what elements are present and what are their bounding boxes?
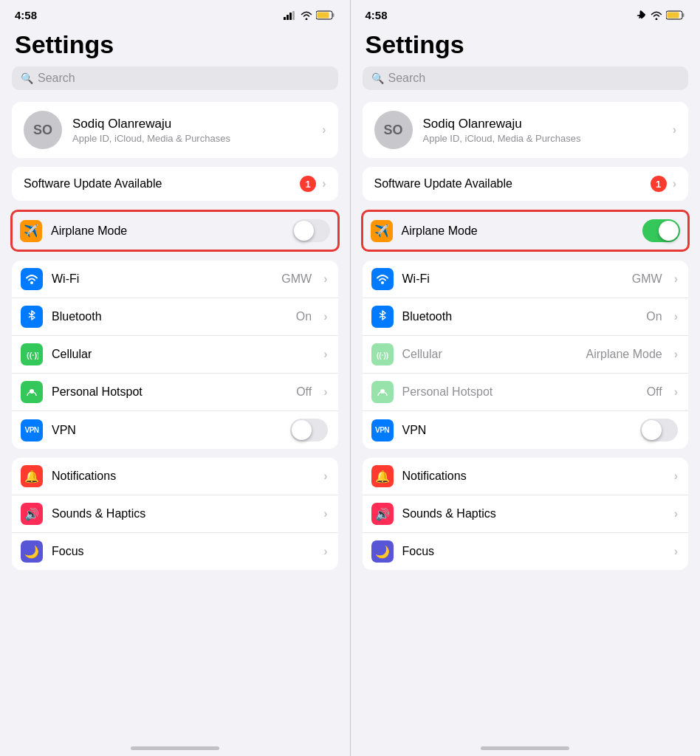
vpn-toggle-right[interactable] — [640, 419, 678, 441]
hotspot-row-right[interactable]: Personal Hotspot Off › — [363, 373, 689, 410]
airplane-mode-toggle-left[interactable] — [292, 219, 330, 242]
cellular-chevron-right: › — [674, 348, 678, 361]
cellular-label-left: Cellular — [52, 348, 303, 361]
svg-rect-12 — [668, 13, 679, 18]
settings-title-right: Settings — [351, 24, 701, 66]
svg-point-15 — [380, 389, 385, 394]
wifi-row-right[interactable]: Wi-Fi GMW › — [363, 261, 689, 298]
profile-row-right[interactable]: SO Sodiq Olanrewaju Apple ID, iCloud, Me… — [363, 102, 689, 158]
update-chevron-left: › — [322, 177, 326, 190]
cellular-row-right[interactable]: ((·)) Cellular Airplane Mode › — [363, 335, 689, 373]
network-section-left: Wi-Fi GMW › Bluetooth On › ((·)) Cellula… — [12, 261, 338, 449]
notifications-row-right[interactable]: 🔔 Notifications › — [363, 458, 689, 495]
hotspot-label-left: Personal Hotspot — [52, 385, 287, 399]
general-section-right: 🔔 Notifications › 🔊 Sounds & Haptics › 🌙… — [363, 458, 689, 570]
sounds-chevron-left: › — [323, 507, 327, 520]
sounds-row-right[interactable]: 🔊 Sounds & Haptics › — [363, 495, 689, 532]
vpn-toggle-knob-right — [642, 420, 662, 440]
bluetooth-label-right: Bluetooth — [402, 310, 638, 323]
right-panel: 4:58 Settings 🔍 Search — [350, 0, 701, 756]
airplane-mode-toggle-right[interactable] — [642, 219, 680, 242]
status-time-right: 4:58 — [366, 9, 388, 21]
profile-row-left[interactable]: SO Sodiq Olanrewaju Apple ID, iCloud, Me… — [12, 102, 338, 158]
update-card-right[interactable]: Software Update Available 1 › — [363, 167, 689, 201]
hotspot-icon-right — [371, 381, 394, 403]
notifications-label-right: Notifications — [402, 470, 665, 483]
airplane-mode-row-right[interactable]: ✈️ Airplane Mode — [363, 212, 688, 250]
settings-title-left: Settings — [0, 24, 350, 66]
wifi-chevron-right: › — [674, 272, 678, 286]
wifi-label-right: Wi-Fi — [402, 272, 623, 286]
bluetooth-icon-right — [371, 306, 394, 328]
focus-label-right: Focus — [402, 545, 665, 558]
update-badge-right: 1 — [651, 176, 667, 192]
focus-row-right[interactable]: 🌙 Focus › — [363, 532, 689, 570]
update-card-left[interactable]: Software Update Available 1 › — [12, 167, 338, 201]
bluetooth-row-left[interactable]: Bluetooth On › — [12, 298, 338, 335]
wifi-label-left: Wi-Fi — [52, 272, 272, 286]
bluetooth-value-right: On — [646, 310, 662, 323]
search-bar-right[interactable]: 🔍 Search — [363, 66, 689, 90]
cellular-value-right: Airplane Mode — [586, 348, 662, 361]
profile-subtitle-right: Apple ID, iCloud, Media & Purchases — [423, 133, 662, 144]
toggle-knob-right — [659, 221, 679, 241]
notifications-row-left[interactable]: 🔔 Notifications › — [12, 458, 338, 495]
airplane-mode-icon-left: ✈️ — [20, 220, 42, 242]
sounds-chevron-right: › — [674, 507, 678, 520]
signal-icon — [284, 11, 297, 20]
focus-icon-right: 🌙 — [371, 540, 394, 563]
focus-label-left: Focus — [52, 545, 315, 558]
status-bar-left: 4:58 — [0, 0, 350, 24]
hotspot-value-left: Off — [296, 385, 312, 399]
sounds-icon-right: 🔊 — [371, 503, 394, 525]
vpn-toggle-left[interactable] — [290, 419, 328, 441]
wifi-status-icon-right — [651, 11, 662, 20]
vpn-label-right: VPN — [402, 424, 632, 437]
vpn-row-left[interactable]: VPN VPN — [12, 410, 338, 449]
focus-row-left[interactable]: 🌙 Focus › — [12, 532, 338, 570]
battery-status-icon-right — [666, 10, 685, 20]
airplane-mode-label-right: Airplane Mode — [402, 224, 634, 238]
update-row-right[interactable]: Software Update Available 1 › — [363, 167, 689, 201]
status-bar-right: 4:58 — [351, 0, 701, 24]
vpn-row-right[interactable]: VPN VPN — [363, 410, 689, 449]
profile-card-left[interactable]: SO Sodiq Olanrewaju Apple ID, iCloud, Me… — [12, 102, 338, 158]
hotspot-row-left[interactable]: Personal Hotspot Off › — [12, 373, 338, 410]
focus-icon-left: 🌙 — [21, 540, 43, 563]
status-icons-right — [636, 10, 685, 21]
vpn-icon-left: VPN — [21, 419, 43, 441]
cellular-row-left[interactable]: ((·)) Cellular › — [12, 335, 338, 373]
toggle-knob-left — [294, 221, 314, 241]
update-label-right: Software Update Available — [374, 177, 645, 190]
update-row-left[interactable]: Software Update Available 1 › — [12, 167, 338, 201]
airplane-mode-row-left[interactable]: ✈️ Airplane Mode — [13, 212, 337, 250]
hotspot-icon-left — [21, 381, 43, 403]
avatar-right: SO — [374, 111, 413, 149]
wifi-icon-right — [371, 268, 394, 290]
focus-chevron-right: › — [674, 545, 678, 558]
battery-status-icon — [316, 10, 335, 20]
status-icons-left — [284, 10, 335, 20]
svg-rect-11 — [683, 13, 684, 17]
svg-point-9 — [30, 389, 34, 394]
bluetooth-chevron-left: › — [323, 310, 327, 323]
hotspot-chevron-right: › — [674, 385, 678, 399]
profile-card-right[interactable]: SO Sodiq Olanrewaju Apple ID, iCloud, Me… — [363, 102, 689, 158]
notifications-chevron-left: › — [323, 470, 327, 483]
search-icon-left: 🔍 — [21, 72, 33, 84]
svg-point-13 — [381, 281, 384, 284]
bluetooth-row-right[interactable]: Bluetooth On › — [363, 298, 689, 335]
search-bar-left[interactable]: 🔍 Search — [12, 66, 338, 90]
svg-point-7 — [30, 281, 33, 284]
update-chevron-right: › — [673, 177, 676, 190]
general-section-left: 🔔 Notifications › 🔊 Sounds & Haptics › 🌙… — [12, 458, 338, 570]
svg-rect-1 — [286, 15, 289, 20]
svg-rect-6 — [317, 13, 329, 18]
avatar-left: SO — [24, 111, 62, 149]
hotspot-chevron-left: › — [323, 385, 327, 399]
profile-chevron-right: › — [673, 123, 676, 137]
status-time-left: 4:58 — [15, 9, 37, 21]
wifi-row-left[interactable]: Wi-Fi GMW › — [12, 261, 338, 298]
sounds-row-left[interactable]: 🔊 Sounds & Haptics › — [12, 495, 338, 532]
home-indicator-right — [481, 746, 569, 750]
